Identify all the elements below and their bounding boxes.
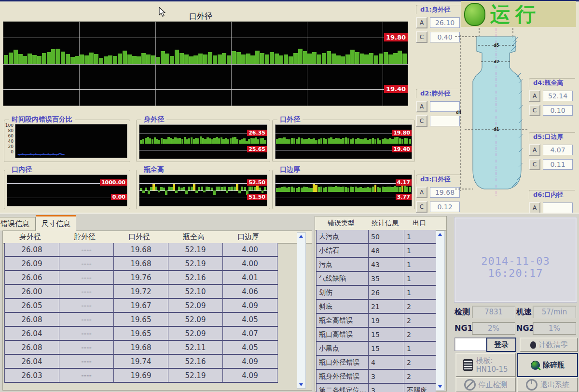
table-row[interactable]: 瓶口高错误152 — [316, 328, 436, 342]
table-cell: 4.05 — [223, 341, 277, 354]
table-row[interactable]: 26.09----19.6852.194.00 — [4, 257, 278, 271]
scroll-down-icon[interactable] — [438, 385, 442, 388]
measure-c-button[interactable]: C — [416, 201, 427, 213]
table-cell: ---- — [59, 271, 114, 284]
table-row[interactable]: 26.00----19.7252.104.06 — [4, 285, 278, 299]
table-cell: 26.05 — [5, 299, 59, 312]
panel-title: 口外径 — [277, 115, 303, 124]
table-cell: 19.68 — [114, 243, 168, 256]
table-row[interactable]: 第二条线定位…3不踢废 — [316, 384, 436, 392]
y-axis-labels: 100806040200 — [5, 123, 14, 155]
table-cell: 26.04 — [5, 355, 59, 368]
table-cell: ---- — [59, 369, 114, 382]
template-doc-icon — [463, 359, 473, 371]
measure-caption: d1:身外径 — [416, 5, 462, 14]
panel-title: 时间段内错误百分比 — [9, 115, 75, 124]
table-row[interactable]: 26.05----19.6752.094.09 — [4, 299, 278, 313]
table-row[interactable]: 26.06----19.7652.164.01 — [4, 271, 278, 285]
table-cell: 2 — [404, 300, 436, 313]
lower-limit-label: 51.50 — [247, 194, 267, 200]
upper-limit-label: 4.17 — [396, 179, 412, 186]
table-cell: ---- — [59, 285, 114, 298]
table-cell: 15 — [369, 328, 404, 341]
table-cell: 小黑点 — [317, 342, 369, 355]
template-name: HN10-15 — [476, 365, 508, 374]
table-row[interactable]: 瓶口外径错误42 — [316, 356, 436, 370]
error-table-scrollbar[interactable] — [436, 230, 445, 391]
scroll-up-icon[interactable] — [299, 235, 303, 238]
table-row[interactable]: 斜底212 — [316, 300, 436, 314]
measure-value: 52.14 — [543, 91, 573, 101]
table-row[interactable]: 26.08----19.6852.194.00 — [4, 243, 278, 257]
table-cell: ---- — [59, 243, 114, 256]
table-row[interactable]: 瓶全高错误192 — [316, 314, 436, 328]
table-cell: 52.16 — [168, 355, 223, 368]
upper-limit-label: 1000.00 — [100, 179, 127, 186]
table-cell: 4.00 — [223, 257, 277, 270]
table-cell: 19.76 — [114, 271, 168, 284]
scroll-up-icon[interactable] — [438, 233, 442, 236]
detect-count-label: 检测 — [455, 307, 470, 317]
measure-a-button[interactable]: A — [416, 17, 427, 28]
table-row[interactable]: 26.08----19.6552.094.05 — [4, 313, 278, 327]
tab-size-info[interactable]: 尺寸信息 — [36, 215, 76, 231]
button-label: 停止检测 — [479, 380, 508, 390]
tab-error-info[interactable]: 错误信息 — [0, 217, 36, 230]
measure-c-button[interactable]: C — [416, 115, 427, 127]
table-row[interactable]: 26.04----19.6552.094.07 — [4, 327, 278, 341]
detect-count-value: 7831 — [472, 306, 515, 318]
measure-c-button[interactable]: C — [416, 31, 427, 43]
login-input[interactable] — [455, 338, 486, 351]
table-row[interactable]: 气线缺陷351 — [316, 272, 436, 286]
column-header: 出口 — [403, 216, 436, 230]
measure-a-button[interactable]: A — [416, 187, 427, 198]
datetime-display: 2014-11-03 16:20:17 — [455, 255, 577, 279]
table-cell: 26.09 — [5, 257, 59, 270]
table-cell: 小结石 — [317, 244, 369, 257]
upper-limit-label: 19.80 — [384, 33, 408, 41]
table-cell: 瓶身外径错误 — [317, 370, 369, 383]
measure-value: 26.10 — [430, 17, 460, 28]
measure-a-button[interactable]: A — [416, 101, 427, 112]
table-row[interactable]: 大污点501 — [316, 230, 436, 244]
bar-series — [276, 175, 411, 206]
table-cell: 瓶口高错误 — [317, 328, 369, 341]
svg-text:d1: d1 — [494, 127, 499, 132]
remove-broken-bottle-button[interactable]: 除碎瓶 — [517, 353, 578, 377]
table-row[interactable]: 瓶身外径错误32 — [316, 370, 436, 384]
upper-limit-label: 26.35 — [247, 130, 267, 136]
mouth-id-chart: 1000.00 0.00 — [7, 175, 127, 206]
measure-a-button[interactable]: A — [529, 202, 540, 214]
lower-limit-label: 19.40 — [384, 85, 408, 93]
table-cell: 1 — [404, 286, 436, 299]
measure-value: 0.11 — [543, 159, 573, 170]
table-cell: 26 — [369, 286, 404, 299]
table-cell: 19.74 — [114, 355, 168, 368]
scroll-down-icon[interactable] — [299, 383, 303, 386]
table-cell: ---- — [59, 257, 114, 270]
table-cell: ---- — [59, 327, 114, 340]
table-row[interactable]: 26.08----19.6852.114.05 — [4, 341, 278, 355]
table-cell: 52.19 — [168, 257, 223, 270]
table-cell: 3 — [369, 370, 404, 383]
column-header: 瓶全高 — [166, 231, 221, 243]
clock-panel: 2014-11-03 16:20:17 — [454, 217, 577, 303]
template-button[interactable]: 模板: HN10-15 — [455, 353, 516, 377]
login-button[interactable]: 登录 — [486, 338, 516, 352]
table-row[interactable]: 26.04----19.7452.164.09 — [4, 355, 278, 369]
exit-system-button[interactable]: 退出系统 — [517, 377, 578, 392]
bottle-height-panel: 瓶全高 52.50 51.50 — [136, 170, 270, 209]
table-cell: 大污点 — [317, 230, 369, 243]
table-row[interactable]: 划伤261 — [316, 286, 436, 300]
table-body: 26.08----19.6852.194.0026.09----19.6852.… — [4, 243, 278, 383]
stop-detection-button[interactable]: 停止检测 — [455, 377, 516, 392]
table-cell: 第二条线定位… — [317, 384, 369, 392]
table-row[interactable]: 污点431 — [316, 258, 436, 272]
table-row[interactable]: 小黑点151 — [316, 342, 436, 356]
table-row[interactable]: 小结石481 — [316, 244, 436, 258]
size-table-scrollbar[interactable] — [297, 232, 306, 389]
table-cell: 52.09 — [168, 327, 223, 340]
counter-reset-button[interactable]: 计数清零 — [520, 338, 578, 352]
table-body: 大污点501小结石481污点431气线缺陷351划伤261斜底212瓶全高错误1… — [316, 230, 436, 392]
table-row[interactable]: 26.03----19.6952.194.09 — [4, 369, 278, 383]
